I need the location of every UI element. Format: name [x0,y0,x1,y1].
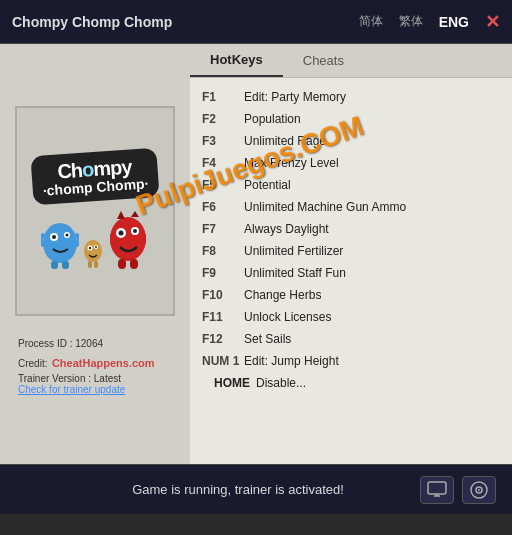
hotkey-key: F12 [202,330,244,348]
hotkey-description: Set Sails [244,330,291,348]
trainer-update-link[interactable]: Check for trainer update [18,384,172,395]
hotkey-item: F7Always Daylight [202,218,500,240]
hotkey-key: F1 [202,88,244,106]
svg-rect-22 [130,259,138,269]
status-bar: Game is running, trainer is activated! [0,464,512,514]
svg-rect-20 [141,233,146,245]
hotkey-description: Unlimited Machine Gun Ammo [244,198,406,216]
hotkey-item: F12Set Sails [202,328,500,350]
main-container: Chompy ·chomp Chomp· [0,44,512,464]
hotkey-key: F7 [202,220,244,238]
svg-marker-23 [117,211,125,219]
hotkey-key: F5 [202,176,244,194]
tab-hotkeys[interactable]: HotKeys [190,44,283,77]
game-logo: Chompy ·chomp Chomp· [32,152,158,201]
characters-area [32,211,158,269]
svg-point-14 [110,217,146,261]
hotkey-key: F4 [202,154,244,172]
hotkey-item: F10Change Herbs [202,284,500,306]
tab-cheats[interactable]: Cheats [283,44,364,77]
svg-rect-5 [51,261,58,269]
hotkey-key: F3 [202,132,244,150]
svg-rect-6 [62,261,69,269]
game-image-area: Chompy ·chomp Chomp· [15,106,175,316]
monitor-icon [427,481,447,499]
svg-point-0 [43,223,77,263]
blue-character [41,217,79,269]
hotkey-key: F10 [202,286,244,304]
title-bar: Chompy Chomp Chomp 简体 繁体 ENG ✕ [0,0,512,44]
hotkey-key: F9 [202,264,244,282]
svg-rect-12 [88,261,92,268]
credit-row: Credit: CheatHappens.com [18,353,172,371]
hotkey-description: Potential [244,176,291,194]
music-icon-btn[interactable] [462,476,496,504]
small-character [82,237,104,269]
hotkey-description: Unlimited Staff Fun [244,264,346,282]
hotkey-key: F2 [202,110,244,128]
lang-traditional-btn[interactable]: 繁体 [399,13,423,30]
hotkey-item: NUM 1Edit: Jump Height [202,350,500,372]
svg-point-2 [52,235,56,239]
hotkey-key: NUM 1 [202,352,244,370]
svg-point-30 [478,489,480,491]
title-bar-left: Chompy Chomp Chomp [12,14,172,30]
right-panel: HotKeys Cheats F1Edit: Party MemoryF2Pop… [190,44,512,464]
svg-point-11 [95,246,97,248]
close-button[interactable]: ✕ [485,13,500,31]
music-icon [469,480,489,500]
hotkey-description: Change Herbs [244,286,321,304]
hotkey-description: Edit: Jump Height [244,352,339,370]
hotkey-description: Population [244,110,301,128]
hotkey-description: Unlock Licenses [244,308,331,326]
svg-rect-19 [110,233,115,245]
left-panel: Chompy ·chomp Chomp· [0,44,190,464]
status-message: Game is running, trainer is activated! [56,482,420,497]
credit-label: Credit: [18,358,47,369]
home-desc: Disable... [256,376,306,390]
hotkey-item: F2Population [202,108,500,130]
svg-point-9 [89,247,91,249]
svg-rect-21 [118,259,126,269]
svg-rect-25 [428,482,446,494]
tabs: HotKeys Cheats [190,44,512,78]
hotkey-description: Always Daylight [244,220,329,238]
hotkey-item: F4Max Frenzy Level [202,152,500,174]
hotkey-item: F9Unlimited Staff Fun [202,262,500,284]
hotkey-description: Unlimited Rage [244,132,326,150]
svg-point-7 [84,240,102,262]
hotkey-key: F11 [202,308,244,326]
hotkey-description: Unlimited Fertilizer [244,242,343,260]
home-key: HOME [214,376,256,390]
monitor-icon-btn[interactable] [420,476,454,504]
home-action: HOMEDisable... [202,372,500,394]
hotkey-key: F8 [202,242,244,260]
hotkey-description: Max Frenzy Level [244,154,339,172]
status-icons [420,476,496,504]
trainer-version: Trainer Version : Latest [18,373,172,384]
app-title: Chompy Chomp Chomp [12,14,172,30]
hotkeys-list: F1Edit: Party MemoryF2PopulationF3Unlimi… [190,78,512,464]
title-bar-right: 简体 繁体 ENG ✕ [359,13,500,31]
hotkey-item: F5Potential [202,174,500,196]
hotkey-item: F1Edit: Party Memory [202,86,500,108]
process-id: Process ID : 12064 [18,338,172,349]
red-character [107,211,149,269]
svg-point-16 [119,231,124,236]
hotkey-item: F3Unlimited Rage [202,130,500,152]
lang-simplified-btn[interactable]: 简体 [359,13,383,30]
hotkey-description: Edit: Party Memory [244,88,346,106]
svg-marker-24 [131,211,139,217]
hotkey-key: F6 [202,198,244,216]
hotkey-item: F8Unlimited Fertilizer [202,240,500,262]
credit-value: CheatHappens.com [52,357,155,369]
bottom-info: Process ID : 12064 Credit: CheatHappens.… [10,326,180,403]
svg-point-4 [66,234,69,237]
svg-point-18 [133,229,137,233]
svg-rect-13 [94,261,98,268]
lang-english-btn[interactable]: ENG [439,14,469,30]
hotkey-item: F11Unlock Licenses [202,306,500,328]
hotkey-item: F6Unlimited Machine Gun Ammo [202,196,500,218]
